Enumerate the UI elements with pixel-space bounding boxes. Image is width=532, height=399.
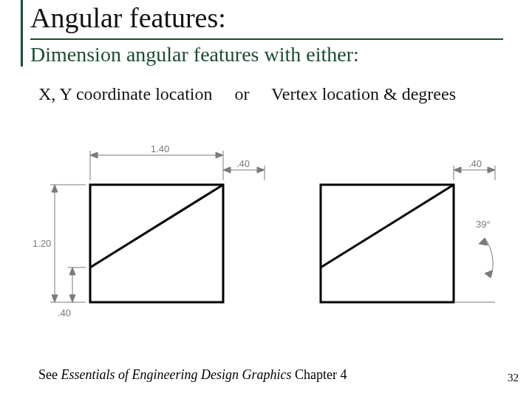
dim-side-minor-value: .40 (58, 307, 71, 318)
dim-angle-value: 39° (476, 219, 491, 230)
svg-marker-24 (454, 167, 461, 173)
title-block: Angular features: Dimension angular feat… (21, 0, 532, 66)
option-1: X, Y coordinate location (38, 84, 212, 103)
svg-marker-18 (69, 267, 75, 275)
dim-top-major-value: 1.40 (151, 143, 169, 154)
engineering-diagram: 1.40 .40 1.20 (33, 140, 507, 347)
dim-side-major (50, 185, 86, 302)
slide-subtitle: Dimension angular features with either: (30, 43, 503, 66)
svg-marker-9 (257, 167, 265, 173)
svg-marker-27 (485, 270, 492, 278)
footer-book-title: Essentials of Engineering Design Graphic… (61, 367, 292, 382)
conjunction: or (234, 84, 249, 103)
left-figure: 1.40 .40 1.20 (33, 143, 265, 318)
right-figure: .40 39° (321, 158, 495, 302)
dim-right-top-value: .40 (468, 158, 482, 169)
svg-line-0 (90, 185, 223, 267)
svg-marker-19 (69, 295, 75, 302)
dim-angle (454, 238, 495, 302)
svg-marker-4 (90, 152, 98, 158)
footer-prefix: See (38, 367, 61, 382)
svg-marker-8 (223, 167, 231, 173)
dim-top-major (90, 151, 223, 180)
svg-line-20 (321, 185, 454, 267)
svg-marker-15 (52, 295, 58, 302)
svg-marker-14 (52, 185, 58, 192)
page-number: 32 (508, 372, 519, 384)
dim-side-minor (68, 267, 86, 302)
footer-citation: See Essentials of Engineering Design Gra… (38, 367, 347, 383)
svg-marker-25 (488, 167, 495, 173)
slide-title: Angular features: (30, 1, 503, 40)
body-text: X, Y coordinate location or Vertex locat… (38, 83, 497, 105)
dim-top-minor-value: .40 (236, 158, 250, 169)
footer-suffix: Chapter 4 (291, 367, 347, 382)
svg-marker-5 (216, 152, 223, 158)
slide: Angular features: Dimension angular feat… (0, 0, 532, 399)
dim-side-major-value: 1.20 (33, 238, 51, 249)
svg-marker-28 (479, 238, 488, 245)
option-2: Vertex location & degrees (271, 84, 456, 103)
